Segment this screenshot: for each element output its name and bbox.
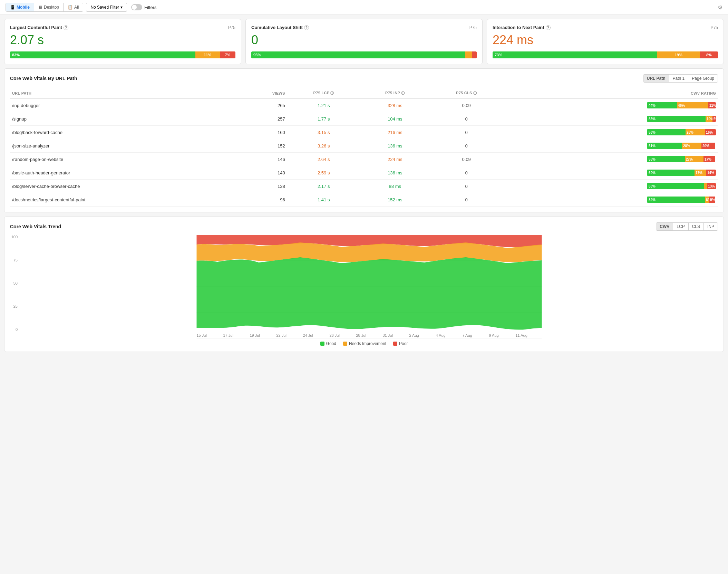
legend-poor-label: Poor [399,341,408,346]
gear-icon[interactable]: ⚙ [718,4,722,11]
row-views-4: 146 [237,153,287,166]
cwv-label-6-0: 83% [649,184,656,188]
device-tab-group: 📱 Mobile 🖥 Desktop 📋 All [6,3,83,12]
filters-toggle[interactable] [131,4,142,10]
row-url-3[interactable]: /json-size-analyzer [10,139,237,153]
cwv-seg-0-1: 46% [677,102,708,108]
table-row: /random-page-on-website1462.64 s224 ms0.… [10,153,718,166]
bar-segment-1-1 [465,51,472,58]
row-url-0[interactable]: /inp-debugger [10,99,237,112]
y-label-100: 100 [10,235,19,239]
row-url-2[interactable]: /blog/back-forward-cache [10,126,237,139]
row-url-6[interactable]: /blog/server-cache-browser-cache [10,180,237,193]
row-url-4[interactable]: /random-page-on-website [10,153,237,166]
svg-text:26 Jul: 26 Jul [330,333,340,337]
metric-info-icon-2[interactable]: ? [546,25,551,30]
row-inp-6: 88 ms [360,180,430,193]
cwv-label-3-0: 51% [649,144,656,148]
bar-segment-0-0: 83% [10,51,195,58]
cwv-label-4-1: 27% [686,157,693,161]
col-url: URL PATH [10,88,237,99]
legend-needs-dot [343,342,347,346]
inp-info-icon[interactable]: ⓘ [401,91,405,95]
row-rating-0: 44%46%11% [503,99,718,112]
table-view-btn-page-group[interactable]: Page Group [688,75,718,82]
bar-label-0-1: 11% [204,53,211,57]
row-views-2: 160 [237,126,287,139]
cwv-seg-2-1: 28% [686,129,705,135]
cwv-seg-6-0: 83% [647,183,704,189]
metric-bar-2: 73%19%8% [493,51,718,58]
trend-view-btn-cwv[interactable]: CWV [656,223,673,230]
cwv-seg-5-2: 14% [706,170,716,176]
lcp-info-icon[interactable]: ⓘ [330,91,334,95]
y-label-75: 75 [10,258,19,262]
cwv-seg-1-1: 10% [706,116,712,122]
table-view-btn-url-path[interactable]: URL Path [643,75,669,82]
bar-label-2-1: 19% [675,53,682,57]
metric-card-header-1: Cumulative Layout Shift ?P75 [251,25,477,30]
svg-text:7 Aug: 7 Aug [463,333,472,337]
bar-label-0-2: 7% [225,53,230,57]
cwv-label-0-0: 44% [649,104,656,107]
bar-segment-2-0: 73% [493,51,657,58]
table-title: Core Web Vitals By URL Path [10,76,77,81]
table-view-btn-group: URL PathPath 1Page Group [643,74,718,83]
tab-all[interactable]: 📋 All [63,3,83,11]
saved-filter-button[interactable]: No Saved Filter ▾ [86,3,127,12]
metric-info-icon-1[interactable]: ? [304,25,309,30]
cls-info-icon[interactable]: ⓘ [473,91,477,95]
row-views-5: 140 [237,166,287,180]
metric-p75-0: P75 [228,25,235,30]
row-views-1: 257 [237,112,287,126]
cwv-label-5-2: 14% [707,171,714,175]
cwv-seg-1-2: 5% [712,116,716,122]
row-url-5[interactable]: /basic-auth-header-generator [10,166,237,180]
cwv-label-4-0: 55% [649,157,656,161]
row-inp-7: 152 ms [360,193,430,207]
trend-view-btn-cls[interactable]: CLS [688,223,703,230]
cwv-label-2-0: 56% [649,131,656,134]
trend-view-btn-lcp[interactable]: LCP [673,223,688,230]
cwv-label-1-2: 5% [714,117,716,121]
metric-title-1: Cumulative Layout Shift ? [251,25,309,30]
table-row: /signup2571.77 s104 ms085%10%5% [10,112,718,126]
tab-mobile[interactable]: 📱 Mobile [6,3,34,11]
main-content: Largest Contentful Paint ?P752.07 s83%11… [0,15,728,356]
all-icon: 📋 [68,5,73,10]
cwv-seg-6-2: 13% [707,183,716,189]
bar-segment-1-2 [472,51,477,58]
trend-header: Core Web Vitals Trend CWVLCPCLSINP [10,222,718,231]
row-inp-2: 216 ms [360,126,430,139]
row-url-1[interactable]: /signup [10,112,237,126]
cwv-seg-2-2: 16% [705,129,716,135]
col-inp: P75 INP ⓘ [360,88,430,99]
row-url-7[interactable]: /docs/metrics/largest-contentful-paint [10,193,237,207]
svg-text:4 Aug: 4 Aug [436,333,446,337]
metric-p75-2: P75 [711,25,718,30]
row-rating-6: 83%13% [503,180,718,193]
top-bar: 📱 Mobile 🖥 Desktop 📋 All No Saved Filter… [0,0,728,15]
chart-area: 100 75 50 25 0 [10,235,718,338]
tab-desktop[interactable]: 🖥 Desktop [34,3,63,11]
bar-label-2-2: 8% [706,53,712,57]
table-view-btn-path1[interactable]: Path 1 [669,75,688,82]
metric-info-icon-0[interactable]: ? [64,25,68,30]
metric-cards-grid: Largest Contentful Paint ?P752.07 s83%11… [4,19,724,64]
svg-text:31 Jul: 31 Jul [383,333,393,337]
cwv-bar-6: 83%13% [647,183,716,189]
cwv-label-2-2: 16% [706,131,713,134]
legend-good-dot [320,342,324,346]
bar-segment-1-0: 95% [251,51,465,58]
trend-title: Core Web Vitals Trend [10,224,61,229]
cwv-seg-7-2: 9% [709,197,715,203]
cwv-label-6-2: 13% [708,184,715,188]
tab-desktop-label: Desktop [44,5,59,10]
trend-view-btn-inp[interactable]: INP [703,223,718,230]
cwv-label-1-0: 85% [649,117,656,121]
cwv-label-5-0: 69% [649,171,656,175]
cwv-label-3-2: 20% [702,144,709,148]
metric-card-0: Largest Contentful Paint ?P752.07 s83%11… [4,19,241,64]
row-rating-4: 55%27%17% [503,153,718,166]
bar-segment-0-2: 7% [220,51,235,58]
